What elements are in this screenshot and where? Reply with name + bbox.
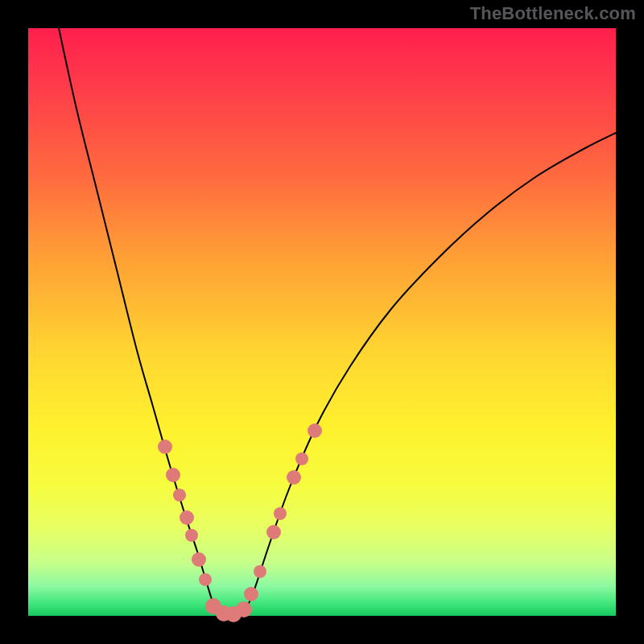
data-marker	[166, 468, 180, 482]
data-marker	[192, 552, 206, 567]
data-marker	[158, 440, 172, 454]
data-marker	[180, 510, 194, 525]
data-marker	[254, 565, 266, 578]
data-marker	[236, 601, 252, 617]
data-marker	[287, 470, 301, 485]
watermark-text: TheBottleneck.com	[470, 3, 636, 24]
data-marker	[274, 507, 287, 520]
data-marker	[308, 423, 322, 438]
chart-svg	[28, 28, 616, 616]
data-marker	[244, 587, 258, 601]
data-marker	[185, 529, 198, 542]
series-right-branch	[244, 133, 616, 613]
series-left-branch	[59, 28, 218, 613]
data-marker	[173, 489, 186, 502]
chart-area	[28, 28, 616, 616]
data-marker	[295, 452, 308, 465]
data-marker	[266, 525, 281, 539]
data-marker	[199, 573, 212, 586]
